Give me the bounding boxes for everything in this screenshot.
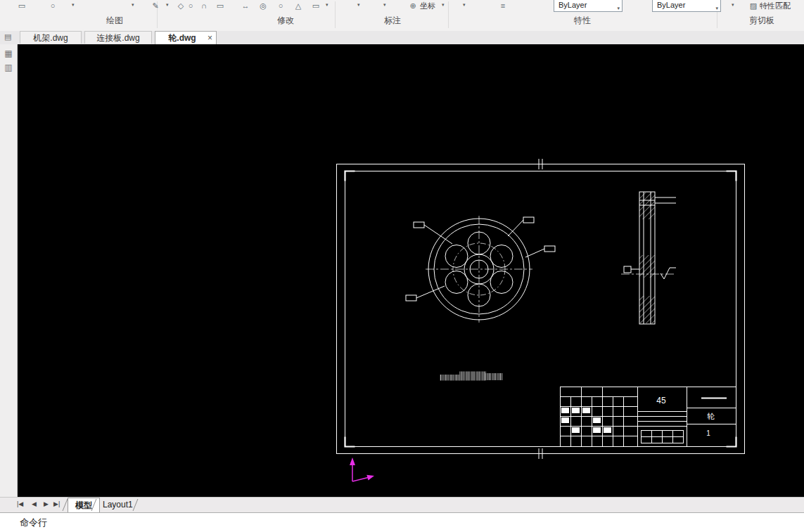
chevron-down-icon[interactable]: ▾ [72,2,75,8]
first-tab-icon[interactable]: |◀ [17,500,23,507]
model-space-canvas[interactable]: 45 轮 1 [18,44,804,497]
offset-tool-icon[interactable]: ○ [184,0,197,12]
chevron-down-icon[interactable]: ▾ [732,2,734,8]
match-properties-icon[interactable]: ▨ [747,0,760,12]
linetype-bylayer-value: ByLayer [657,1,685,9]
coordinates-dropdown[interactable]: 坐标 [420,1,435,11]
doc-tab-lun-label: 轮.dwg [168,33,196,43]
part-name-value: 轮 [707,412,715,420]
chevron-down-icon[interactable]: ▾ [326,2,328,8]
match-properties-button[interactable]: 特性匹配 [760,1,791,11]
panel-label-clipboard: 剪切板 [749,15,774,27]
linetype-bylayer-combo[interactable]: ByLayer ▾ [652,0,721,12]
sheet-icon[interactable]: ▤ [4,32,11,41]
next-tab-icon[interactable]: ▶ [44,500,49,507]
surface-finish-icon [661,268,670,279]
command-line-label: 命令行 [20,513,47,532]
draw-tool-icon[interactable]: ○ [46,0,59,12]
palette-tab-icon[interactable]: ▦ [3,48,14,58]
chevron-down-icon[interactable]: ▾ [442,2,445,8]
dim-radius-icon[interactable]: ◎ [257,0,269,12]
command-line[interactable]: 命令行 [0,512,804,532]
leader-callouts [406,217,555,301]
doc-tab-jijia[interactable]: 机架.dwg [20,31,82,44]
ribbon-separator [448,1,449,28]
dim-linear-icon[interactable]: ↔ [239,0,252,12]
wheel-drawing: 45 轮 1 [18,44,804,497]
dim-diameter-icon[interactable]: ○ [274,0,287,12]
technical-notes-text [440,370,503,382]
chevron-down-icon[interactable]: ▾ [383,2,386,8]
quantity-value: 1 [706,429,710,437]
doc-tab-lun[interactable]: 轮.dwg × [155,31,217,44]
document-tab-bar: ▤ 机架.dwg 连接板.dwg 轮.dwg × [0,31,804,45]
wheel-front-view [426,216,532,323]
panel-label-annotate: 标注 [384,15,401,27]
edit-tool-icon[interactable]: ✎ [149,0,162,12]
palette-tab-icon[interactable]: ▥ [3,63,14,72]
chevron-down-icon[interactable]: ▾ [166,2,169,8]
prev-tab-icon[interactable]: ◀ [32,500,37,507]
ribbon-separator [335,1,336,28]
chevron-down-icon[interactable]: ▾ [617,2,620,15]
title-block-filled-cells [561,408,611,433]
dim-tool-icon[interactable]: ▭ [310,0,322,12]
color-bylayer-combo[interactable]: ByLayer ▾ [554,0,623,12]
doc-tab-lianjieban[interactable]: 连接板.dwg [84,31,152,44]
left-palette-strip: ▦ ▥ [0,44,18,497]
close-icon[interactable]: × [208,32,212,44]
chevron-down-icon[interactable]: ▾ [357,2,360,8]
chevron-down-icon[interactable]: ▾ [715,2,718,15]
ribbon: ▭ ○ ▾ ▾ ✎ ▾ ◇ ○ ∩ ▭ ↔ ◎ ○ △ ▭ ▾ ▾ ▾ ⊕ 坐标… [0,0,804,32]
wheel-section-view [621,192,676,324]
chevron-down-icon[interactable]: ▾ [132,2,134,8]
layers-icon[interactable]: ≡ [497,0,509,12]
last-tab-icon[interactable]: ▶| [53,500,60,507]
draw-tool-icon[interactable]: ▭ [15,0,28,12]
ucs-icon [350,458,374,481]
sheet-frame [337,159,745,459]
fillet-tool-icon[interactable]: ∩ [198,0,210,12]
array-tool-icon[interactable]: ▭ [214,0,226,12]
coordinates-icon[interactable]: ⊕ [407,0,419,12]
dim-angle-icon[interactable]: △ [292,0,305,12]
layout-tab-bar: |◀ ◀ ▶ ▶| 模型 Layout1 [0,497,804,512]
panel-label-draw: 绘图 [106,15,123,27]
panel-label-properties: 特性 [574,15,591,27]
chevron-down-icon[interactable]: ▾ [463,2,466,8]
cad-application-window: ▭ ○ ▾ ▾ ✎ ▾ ◇ ○ ∩ ▭ ↔ ◎ ○ △ ▭ ▾ ▾ ▾ ⊕ 坐标… [0,0,804,532]
color-bylayer-value: ByLayer [559,1,587,9]
panel-label-modify: 修改 [277,15,294,27]
material-value: 45 [656,396,666,406]
